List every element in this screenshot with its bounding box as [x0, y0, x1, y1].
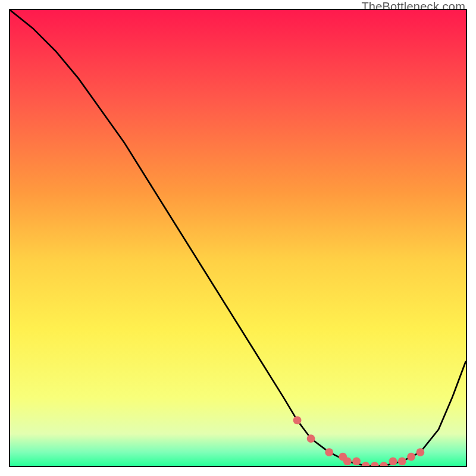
chart-svg	[10, 10, 466, 466]
highlight-dot	[371, 462, 379, 466]
highlight-dot	[343, 457, 352, 465]
highlight-dot	[380, 462, 388, 466]
curve-line	[10, 10, 466, 466]
highlight-dot	[416, 448, 425, 456]
highlight-dot	[389, 457, 397, 465]
highlight-dot	[307, 434, 315, 443]
highlight-dot	[325, 448, 333, 456]
highlight-dot	[362, 462, 370, 466]
highlight-dot	[407, 453, 415, 461]
highlight-dot	[398, 457, 406, 465]
chart-stage: TheBottleneck.com	[0, 0, 476, 476]
highlight-dot	[352, 457, 361, 465]
highlight-dots	[293, 416, 425, 466]
chart-frame	[9, 9, 467, 467]
highlight-dot	[293, 416, 302, 425]
